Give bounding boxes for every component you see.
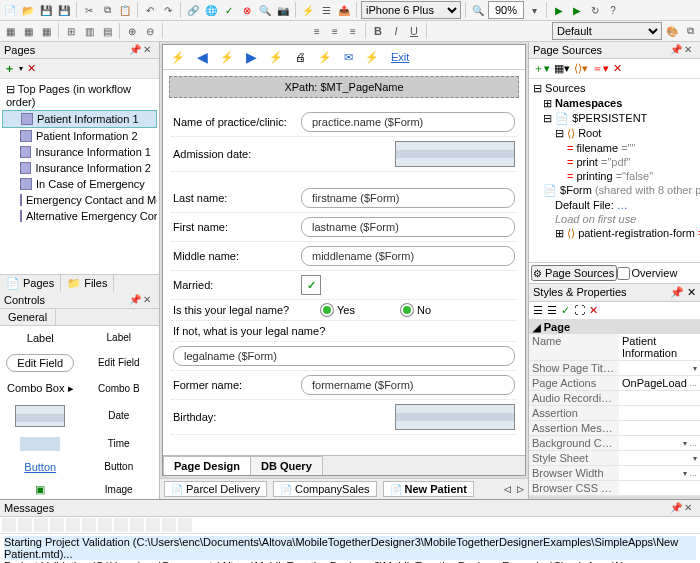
bold-icon[interactable]: B bbox=[370, 23, 386, 39]
sim-icon[interactable]: ↻ bbox=[587, 2, 603, 18]
paste-icon[interactable]: 📋 bbox=[117, 2, 133, 18]
tab-next-icon[interactable]: ▷ bbox=[517, 484, 524, 494]
zoom-input[interactable] bbox=[488, 1, 524, 19]
pages-tree[interactable]: ⊟ Top Pages (in workflow order) Patient … bbox=[0, 79, 159, 274]
legal-yes-radio[interactable]: Yes bbox=[321, 304, 355, 316]
undo-icon[interactable]: ↶ bbox=[142, 2, 158, 18]
tab-page-design[interactable]: Page Design bbox=[163, 456, 251, 475]
doc-tab-newpatient[interactable]: 📄 New Patient bbox=[383, 481, 474, 497]
bolt-icon[interactable]: ⚡ bbox=[365, 51, 379, 64]
m-ico[interactable] bbox=[130, 518, 144, 532]
new-icon[interactable]: 📄 bbox=[2, 2, 18, 18]
control-preview[interactable] bbox=[2, 433, 79, 455]
control-label[interactable]: Label bbox=[81, 328, 158, 348]
close-icon[interactable]: ✕ bbox=[143, 44, 155, 56]
pin-icon[interactable]: 📌 bbox=[670, 286, 684, 298]
m-ico[interactable] bbox=[146, 518, 160, 532]
p-ico[interactable]: ⛶ bbox=[574, 304, 585, 317]
doc-tab-company[interactable]: 📄 CompanySales bbox=[273, 481, 377, 497]
tab-db-query[interactable]: DB Query bbox=[250, 456, 323, 475]
firstname-field[interactable]: lastname ($Form) bbox=[301, 217, 515, 237]
sidebar-page-item[interactable]: Insurance Information 1 bbox=[2, 144, 157, 160]
elem-icon[interactable]: ⟨⟩▾ bbox=[574, 62, 588, 75]
control-preview[interactable]: Combo Box ▸ bbox=[2, 378, 79, 399]
admission-date-picker[interactable] bbox=[395, 141, 515, 167]
control-preview[interactable]: ▣ bbox=[2, 479, 79, 500]
formername-field[interactable]: formername ($Form) bbox=[301, 375, 515, 395]
close-icon[interactable]: ✕ bbox=[143, 294, 155, 306]
device-select[interactable]: iPhone 6 Plus bbox=[361, 1, 461, 19]
row-icon[interactable]: ▤ bbox=[99, 23, 115, 39]
sty-icon[interactable]: ⧉ bbox=[682, 23, 698, 39]
delete-page-icon[interactable]: ✕ bbox=[27, 62, 36, 75]
grid3-icon[interactable]: ▦ bbox=[38, 23, 54, 39]
form-area[interactable]: Name of practice/clinic:practice.name ($… bbox=[163, 104, 525, 455]
del-icon[interactable]: ✕ bbox=[613, 62, 622, 75]
del-icon[interactable]: ⊖ bbox=[142, 23, 158, 39]
m-ico[interactable] bbox=[34, 518, 48, 532]
close-icon[interactable]: ✕ bbox=[684, 502, 696, 514]
redo-icon[interactable]: ↷ bbox=[160, 2, 176, 18]
m-ico[interactable] bbox=[66, 518, 80, 532]
close-icon[interactable]: ✕ bbox=[684, 44, 696, 56]
copy-icon[interactable]: ⧉ bbox=[99, 2, 115, 18]
middlename-field[interactable]: middlename ($Form) bbox=[301, 246, 515, 266]
bolt-icon[interactable]: ⚡ bbox=[269, 51, 283, 64]
control-label[interactable]: Date bbox=[81, 401, 158, 431]
validate-icon[interactable]: ✓ bbox=[221, 2, 237, 18]
control-preview[interactable]: Label bbox=[2, 328, 79, 348]
cut-icon[interactable]: ✂ bbox=[81, 2, 97, 18]
style-select[interactable]: Default bbox=[552, 22, 662, 40]
legalname-field[interactable]: legalname ($Form) bbox=[173, 346, 515, 366]
saveall-icon[interactable]: 💾 bbox=[56, 2, 72, 18]
lastname-field[interactable]: firstname ($Form) bbox=[301, 188, 515, 208]
exit-link[interactable]: Exit bbox=[391, 51, 409, 63]
forward-icon[interactable]: ▶ bbox=[246, 49, 257, 65]
sources-tree[interactable]: ⊟ Sources ⊞ Namespaces ⊟ 📄 $PERSISTENT ⊟… bbox=[529, 79, 700, 262]
save-icon[interactable]: 💾 bbox=[38, 2, 54, 18]
pin-icon[interactable]: 📌 bbox=[129, 294, 141, 306]
ins-icon[interactable]: ⊕ bbox=[124, 23, 140, 39]
m-ico[interactable] bbox=[162, 518, 176, 532]
add-icon[interactable]: ＋▾ bbox=[533, 61, 550, 76]
control-label[interactable]: Edit Field bbox=[81, 350, 158, 376]
doc-tab-parcel[interactable]: 📄 Parcel Delivery bbox=[164, 481, 267, 497]
pin-icon[interactable]: 📌 bbox=[670, 44, 682, 56]
p-ico[interactable]: ☰ bbox=[547, 304, 557, 317]
add-page-icon[interactable]: ＋ bbox=[4, 61, 15, 76]
globe-icon[interactable]: 🌐 bbox=[203, 2, 219, 18]
tab-prev-icon[interactable]: ◁ bbox=[504, 484, 511, 494]
pin-icon[interactable]: 📌 bbox=[129, 44, 141, 56]
tab-files[interactable]: 📁 Files bbox=[61, 275, 114, 292]
underline-icon[interactable]: U bbox=[406, 23, 422, 39]
back-icon[interactable]: ◀ bbox=[197, 49, 208, 65]
color-icon[interactable]: 🎨 bbox=[664, 23, 680, 39]
al-l-icon[interactable]: ≡ bbox=[309, 23, 325, 39]
m-ico[interactable] bbox=[82, 518, 96, 532]
overview-check[interactable]: Overview bbox=[617, 265, 699, 281]
control-label[interactable]: Combo B bbox=[81, 378, 158, 399]
sidebar-page-item[interactable]: Emergency Contact and Me bbox=[2, 192, 157, 208]
grid2-icon[interactable]: ▦ bbox=[20, 23, 36, 39]
deploy-icon[interactable]: 📤 bbox=[336, 2, 352, 18]
controls-tab-general[interactable]: General bbox=[0, 309, 56, 325]
sidebar-page-item[interactable]: Patient Information 1 bbox=[2, 110, 157, 128]
tree-root[interactable]: ⊟ Top Pages (in workflow order) bbox=[2, 81, 157, 110]
find-icon[interactable]: 🔍 bbox=[257, 2, 273, 18]
messages-body[interactable]: Starting Project Validation (C:\Users\en… bbox=[0, 534, 700, 563]
ns-icon[interactable]: ▦▾ bbox=[554, 62, 570, 75]
m-ico[interactable] bbox=[18, 518, 32, 532]
vnr-icon[interactable]: ⊗ bbox=[239, 2, 255, 18]
run2-icon[interactable]: ▶ bbox=[569, 2, 585, 18]
sidebar-page-item[interactable]: In Case of Emergency bbox=[2, 176, 157, 192]
control-label[interactable]: Image bbox=[81, 479, 158, 500]
birthday-date-picker[interactable] bbox=[395, 404, 515, 430]
open-icon[interactable]: 📂 bbox=[20, 2, 36, 18]
control-preview[interactable]: Edit Field bbox=[2, 350, 79, 376]
bolt-icon[interactable]: ⚡ bbox=[318, 51, 332, 64]
m-ico[interactable] bbox=[98, 518, 112, 532]
grid1-icon[interactable]: ▦ bbox=[2, 23, 18, 39]
p-ico[interactable]: ☰ bbox=[533, 304, 543, 317]
sidebar-page-item[interactable]: Patient Information 2 bbox=[2, 128, 157, 144]
page-sources-tab-btn[interactable]: ⚙ Page Sources bbox=[531, 265, 617, 281]
